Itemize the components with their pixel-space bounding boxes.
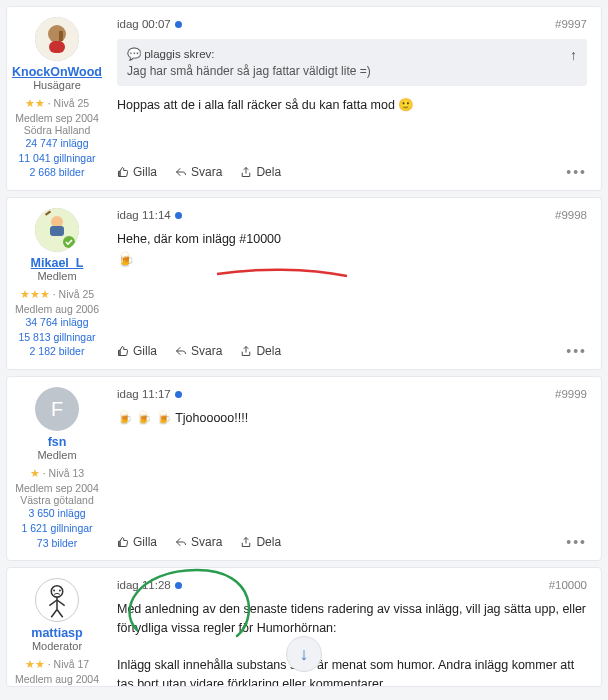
post-actions: Gilla Svara Dela •••	[117, 333, 587, 369]
user-level: · Nivå 25	[48, 97, 89, 109]
post-actions: Gilla Svara Dela •••	[117, 524, 587, 560]
svg-rect-2	[49, 41, 65, 53]
stat-posts[interactable]: 34 764 inlägg	[11, 315, 103, 330]
more-button[interactable]: •••	[566, 343, 587, 359]
stat-images[interactable]: 2 668 bilder	[11, 165, 103, 180]
user-level: · Nivå 13	[43, 467, 84, 479]
share-button[interactable]: Dela	[240, 535, 281, 549]
more-button[interactable]: •••	[566, 534, 587, 550]
post-time[interactable]: idag 11:17	[117, 388, 171, 400]
user-title: Medlem	[11, 449, 103, 461]
user-title: Medlem	[11, 270, 103, 282]
svg-point-10	[53, 590, 55, 592]
username-link[interactable]: Mikael_L	[11, 256, 103, 270]
post-number[interactable]: #9998	[555, 209, 587, 221]
stat-images[interactable]: 73 bilder	[11, 536, 103, 551]
svg-line-15	[51, 610, 57, 618]
quote-icon: 💬	[127, 48, 141, 60]
user-level: · Nivå 17	[48, 658, 89, 670]
post-number[interactable]: #9999	[555, 388, 587, 400]
username-link[interactable]: KnockOnWood	[11, 65, 103, 79]
post-body: 🍺 🍺 🍺 Tjohooooo!!!!	[117, 409, 587, 508]
svg-rect-3	[59, 31, 63, 41]
post-main: idag 00:07 #9997 💬 plaggis skrev: Jag ha…	[107, 7, 601, 190]
quote-author: plaggis skrev:	[144, 48, 214, 60]
user-sidebar: F fsn Medlem ★ · Nivå 13 Medlem sep 2004…	[7, 377, 107, 560]
user-stars: ★★	[25, 97, 45, 109]
more-button[interactable]: •••	[566, 164, 587, 180]
member-since: Medlem sep 2004	[11, 482, 103, 494]
post-main: idag 11:17 #9999 🍺 🍺 🍺 Tjohooooo!!!! Gil…	[107, 377, 601, 560]
user-location: Västra götaland	[11, 494, 103, 506]
post-number[interactable]: #9997	[555, 18, 587, 30]
like-button[interactable]: Gilla	[117, 344, 157, 358]
member-since: Medlem aug 2006	[11, 303, 103, 315]
post-main: idag 11:14 #9998 Hehe, där kom inlägg #1…	[107, 198, 601, 369]
user-sidebar: KnockOnWood Husägare ★★ · Nivå 25 Medlem…	[7, 7, 107, 190]
reply-button[interactable]: Svara	[175, 535, 222, 549]
quote-block: 💬 plaggis skrev: Jag har små händer så j…	[117, 39, 587, 86]
reply-button[interactable]: Svara	[175, 165, 222, 179]
user-stars: ★★	[25, 658, 45, 670]
member-since: Medlem sep 2004	[11, 112, 103, 124]
svg-line-16	[57, 610, 63, 618]
scroll-down-button[interactable]: ↓	[286, 636, 322, 672]
username-link[interactable]: mattiasp	[11, 626, 103, 640]
post-number[interactable]: #10000	[549, 579, 587, 591]
user-title: Moderator	[11, 640, 103, 652]
user-sidebar: Mikael_L Medlem ★★★ · Nivå 25 Medlem aug…	[7, 198, 107, 369]
post-actions: Gilla Svara Dela •••	[117, 154, 587, 190]
like-button[interactable]: Gilla	[117, 535, 157, 549]
post-time[interactable]: idag 11:28	[117, 579, 171, 591]
user-stars: ★★★	[20, 288, 50, 300]
arrow-down-icon: ↓	[300, 644, 309, 665]
user-level: · Nivå 25	[53, 288, 94, 300]
user-stars: ★	[30, 467, 40, 479]
avatar[interactable]	[35, 208, 79, 252]
svg-line-13	[49, 600, 57, 606]
online-dot-icon	[175, 582, 182, 589]
post-time[interactable]: idag 00:07	[117, 18, 171, 30]
svg-point-11	[59, 590, 61, 592]
quote-body: Jag har små händer så jag fattar väldigt…	[127, 64, 577, 78]
svg-point-1	[48, 25, 66, 43]
stat-images[interactable]: 2 182 bilder	[11, 344, 103, 359]
stat-likes[interactable]: 1 621 gillningar	[11, 521, 103, 536]
post-time[interactable]: idag 11:14	[117, 209, 171, 221]
stat-likes[interactable]: 11 041 gillningar	[11, 151, 103, 166]
post: KnockOnWood Husägare ★★ · Nivå 25 Medlem…	[6, 6, 602, 191]
post: F fsn Medlem ★ · Nivå 13 Medlem sep 2004…	[6, 376, 602, 561]
online-dot-icon	[175, 391, 182, 398]
svg-point-9	[51, 586, 62, 597]
avatar[interactable]	[35, 17, 79, 61]
user-location: Södra Halland	[11, 124, 103, 136]
user-title: Husägare	[11, 79, 103, 91]
share-button[interactable]: Dela	[240, 344, 281, 358]
online-dot-icon	[175, 21, 182, 28]
svg-rect-6	[50, 226, 64, 236]
svg-line-14	[57, 600, 65, 606]
avatar[interactable]: F	[35, 387, 79, 431]
post-body: Hehe, där kom inlägg #10000 🍺	[117, 230, 587, 317]
stat-posts[interactable]: 3 650 inlägg	[11, 506, 103, 521]
reply-button[interactable]: Svara	[175, 344, 222, 358]
member-since: Medlem aug 2004	[11, 673, 103, 685]
share-button[interactable]: Dela	[240, 165, 281, 179]
post: Mikael_L Medlem ★★★ · Nivå 25 Medlem aug…	[6, 197, 602, 370]
like-button[interactable]: Gilla	[117, 165, 157, 179]
user-sidebar: mattiasp Moderator ★★ · Nivå 17 Medlem a…	[7, 568, 107, 686]
avatar[interactable]	[35, 578, 79, 622]
post-body: Med anledning av den senaste tidens rade…	[117, 600, 587, 687]
arrow-up-icon[interactable]: ↑	[570, 47, 577, 63]
stat-posts[interactable]: 24 747 inlägg	[11, 136, 103, 151]
post-main: idag 11:28 #10000 Med anledning av den s…	[107, 568, 601, 686]
online-dot-icon	[175, 212, 182, 219]
post-body: Hoppas att de i alla fall räcker så du k…	[117, 96, 587, 138]
username-link[interactable]: fsn	[11, 435, 103, 449]
stat-likes[interactable]: 15 813 gillningar	[11, 330, 103, 345]
